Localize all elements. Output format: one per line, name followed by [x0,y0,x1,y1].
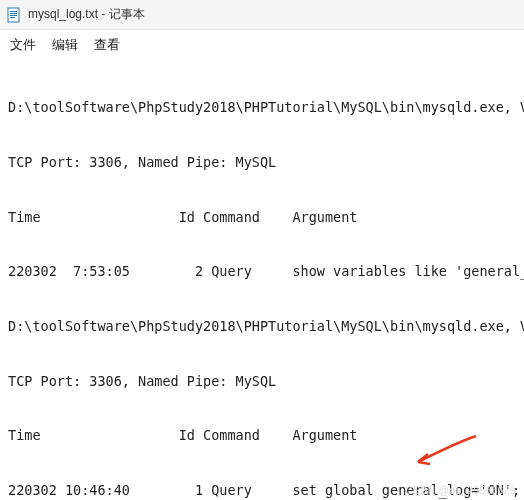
log-line: 220302 7:53:05 2 Query show variables li… [8,262,516,280]
svg-rect-1 [10,11,17,12]
watermark: CSDN @qq_29566629 [405,485,516,496]
log-line: D:\toolSoftware\PhpStudy2018\PHPTutorial… [8,317,516,335]
menu-file[interactable]: 文件 [10,36,36,54]
menu-view[interactable]: 查看 [94,36,120,54]
svg-rect-4 [10,17,15,18]
log-line: TCP Port: 3306, Named Pipe: MySQL [8,153,516,171]
menu-edit[interactable]: 编辑 [52,36,78,54]
menubar: 文件 编辑 查看 [0,30,524,60]
window-title: mysql_log.txt - 记事本 [28,6,145,23]
text-content[interactable]: D:\toolSoftware\PhpStudy2018\PHPTutorial… [0,60,524,500]
log-line: Time Id Command Argument [8,426,516,444]
svg-rect-2 [10,13,17,14]
log-line: TCP Port: 3306, Named Pipe: MySQL [8,372,516,390]
log-line: D:\toolSoftware\PhpStudy2018\PHPTutorial… [8,98,516,116]
log-line: Time Id Command Argument [8,208,516,226]
titlebar: mysql_log.txt - 记事本 [0,0,524,30]
notepad-icon [6,7,22,23]
svg-rect-3 [10,15,17,16]
